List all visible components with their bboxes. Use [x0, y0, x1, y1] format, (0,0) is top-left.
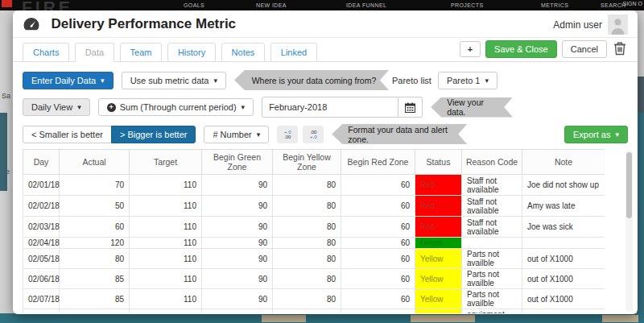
nav-item-projects[interactable]: PROJECTS	[451, 2, 484, 8]
use-sub-metric-data-button[interactable]: Use sub metric data	[122, 72, 226, 89]
cell[interactable]: 110	[130, 238, 202, 249]
cell[interactable]: Red	[415, 196, 462, 217]
cell[interactable]: Joe was sick	[522, 217, 605, 238]
cell[interactable]: Red	[415, 175, 462, 196]
column-header[interactable]: Actual	[60, 150, 130, 175]
cell[interactable]: Parts not availble	[462, 249, 522, 269]
tab-data[interactable]: Data	[75, 43, 114, 62]
nav-item-sign-out[interactable]: SIGN O	[622, 1, 642, 6]
nav-item-goals[interactable]: GOALS	[184, 2, 204, 8]
cell[interactable]: 90	[202, 175, 273, 196]
cell[interactable]: 80	[273, 269, 341, 289]
cell[interactable]: Parts not availble	[462, 269, 522, 289]
bigger-is-better-button[interactable]: > Bigger is better	[111, 126, 196, 143]
cell[interactable]: Red	[415, 217, 462, 238]
cell[interactable]: 80	[273, 196, 341, 217]
increase-decimal-button[interactable]: +.0 .00	[277, 126, 298, 143]
cell[interactable]: 80	[273, 309, 341, 314]
cell[interactable]: 110	[130, 217, 202, 238]
delete-button[interactable]	[612, 41, 628, 58]
add-button[interactable]: +	[460, 41, 481, 57]
cell[interactable]: Staff not available	[462, 196, 522, 217]
cell[interactable]: 60	[341, 175, 415, 196]
cell[interactable]: 80	[273, 249, 341, 269]
tab-team[interactable]: Team	[120, 43, 163, 62]
cell[interactable]: 90	[202, 269, 273, 289]
number-format-select[interactable]: # Number	[204, 126, 269, 143]
aggregation-select[interactable]: Sum (Through current period)	[98, 98, 254, 116]
month-input[interactable]	[262, 97, 398, 118]
daily-view-select[interactable]: Daily View	[23, 98, 90, 116]
cell[interactable]: 60	[341, 238, 415, 249]
cell[interactable]: 90	[202, 217, 273, 238]
cell[interactable]: Amy was late	[522, 196, 605, 217]
cell[interactable]: 80	[273, 217, 341, 238]
column-header[interactable]: Begin Red Zone	[341, 150, 415, 175]
cell[interactable]: 80	[60, 249, 130, 269]
cell[interactable]: 90	[202, 196, 273, 217]
cell[interactable]: 02/08/18	[23, 309, 60, 314]
cell[interactable]: 02/05/18	[23, 249, 60, 269]
cell[interactable]: Staff not available	[462, 175, 522, 196]
cell[interactable]: Yellow	[415, 289, 462, 309]
cell[interactable]: 80	[273, 238, 341, 249]
cell[interactable]: 120	[60, 238, 130, 249]
cell[interactable]: 60	[341, 196, 415, 217]
pareto-select[interactable]: Pareto 1	[438, 72, 497, 89]
cell[interactable]: 02/07/18	[23, 289, 60, 309]
column-header[interactable]: Target	[130, 150, 202, 175]
nav-item-idea-funnel[interactable]: IDEA FUNNEL	[346, 2, 386, 8]
cell[interactable]: Green	[415, 238, 462, 249]
calendar-button[interactable]	[398, 97, 423, 118]
tab-notes[interactable]: Notes	[221, 43, 266, 62]
column-header[interactable]: Status	[415, 150, 462, 175]
cell[interactable]: 85	[60, 269, 130, 289]
cell[interactable]: 110	[130, 289, 202, 309]
cell[interactable]: 90	[202, 238, 273, 249]
cell[interactable]: 02/02/18	[23, 196, 60, 217]
save-close-button[interactable]: Save & Close	[485, 40, 557, 58]
cell[interactable]: 60	[60, 217, 130, 238]
cell[interactable]: 60	[341, 269, 415, 289]
cell[interactable]: Joe did not show up	[522, 175, 605, 196]
cell[interactable]: 90	[202, 289, 273, 309]
cell[interactable]	[462, 238, 522, 249]
cell[interactable]: 60	[341, 217, 415, 238]
column-header[interactable]: Reason Code	[462, 150, 522, 175]
cell[interactable]: Yellow	[415, 269, 462, 289]
scrollbar-thumb[interactable]	[626, 152, 632, 218]
cell[interactable]: out of X1000	[522, 309, 605, 314]
decrease-decimal-button[interactable]: .00 +.0	[303, 126, 324, 143]
cell[interactable]: 110	[130, 196, 202, 217]
cell[interactable]	[522, 238, 605, 249]
cell[interactable]: 110	[130, 175, 202, 196]
column-header[interactable]: Note	[522, 150, 605, 175]
tab-charts[interactable]: Charts	[23, 43, 69, 62]
cell[interactable]: out of X1000	[522, 289, 605, 309]
cell[interactable]: Yellow	[415, 249, 462, 269]
tab-linked[interactable]: Linked	[270, 43, 317, 62]
cell[interactable]: 02/04/18	[23, 238, 60, 249]
cell[interactable]: 60	[341, 309, 415, 314]
cell[interactable]: 85	[60, 309, 130, 314]
column-header[interactable]: Begin Yellow Zone	[273, 150, 341, 175]
cell[interactable]: out of X1000	[522, 249, 605, 269]
column-header[interactable]: Day	[23, 150, 60, 175]
cell[interactable]: 85	[60, 289, 130, 309]
avatar[interactable]	[608, 14, 628, 35]
cell[interactable]: 02/03/18	[23, 217, 60, 238]
tab-history[interactable]: History	[167, 43, 216, 62]
cell[interactable]: 110	[130, 309, 202, 314]
cell[interactable]: 70	[60, 175, 130, 196]
smaller-is-better-button[interactable]: < Smaller is better	[23, 126, 112, 143]
cell[interactable]: equipment down	[462, 309, 522, 314]
nav-item-metrics[interactable]: METRICS	[541, 2, 568, 8]
cancel-button[interactable]: Cancel	[562, 40, 607, 58]
export-as-button[interactable]: Export as	[564, 126, 628, 143]
cell[interactable]: Staff not available	[462, 217, 522, 238]
cell[interactable]: 110	[130, 249, 202, 269]
enter-daily-data-button[interactable]: Enter Daily Data	[23, 72, 114, 89]
cell[interactable]: Yellow	[415, 309, 462, 314]
nav-item-new-idea[interactable]: NEW IDEA	[256, 2, 287, 8]
cell[interactable]: 50	[60, 196, 130, 217]
